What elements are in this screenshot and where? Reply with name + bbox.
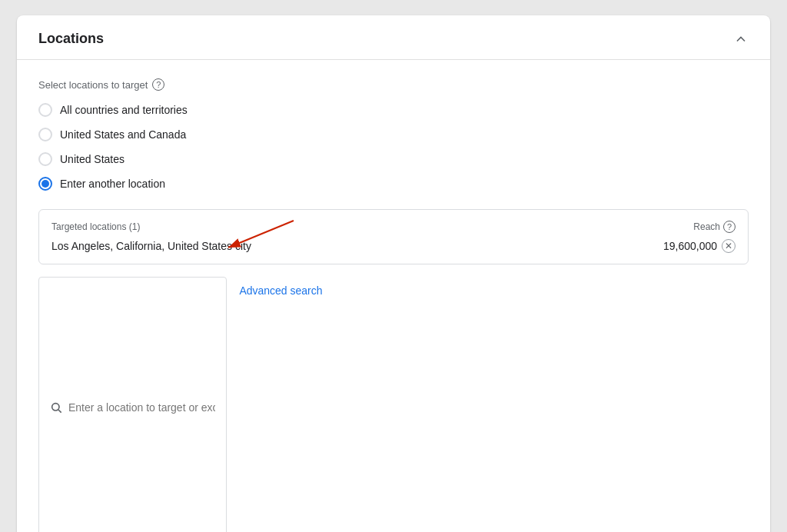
reach-number: 19,600,000 — [663, 240, 717, 252]
targeted-header: Targeted locations (1) Reach ? — [51, 221, 736, 233]
location-radio-group: All countries and territories United Sta… — [38, 103, 749, 191]
location-arrow-wrap: Los Angeles, California, United States c… — [51, 240, 251, 252]
collapse-icon[interactable] — [733, 32, 749, 47]
search-icon — [50, 401, 62, 414]
card-title: Locations — [38, 31, 104, 47]
location-text: Los Angeles, California, United States c… — [51, 240, 251, 252]
search-row: For example, a country, city, region, or… — [38, 277, 749, 532]
locations-card: Locations Select locations to target ? A… — [17, 15, 770, 532]
radio-label-another: Enter another location — [60, 178, 165, 190]
radio-label-us: United States — [60, 153, 125, 165]
reach-help-icon[interactable]: ? — [723, 221, 736, 233]
card-body: Select locations to target ? All countri… — [17, 60, 770, 532]
radio-another-location[interactable]: Enter another location — [38, 177, 749, 191]
select-locations-label: Select locations to target ? — [38, 78, 749, 91]
radio-us[interactable]: United States — [38, 152, 749, 166]
advanced-search-link[interactable]: Advanced search — [239, 277, 322, 297]
remove-location-button[interactable]: ✕ — [722, 239, 736, 253]
search-box[interactable] — [38, 277, 227, 532]
search-input[interactable] — [68, 401, 215, 414]
svg-point-2 — [52, 404, 59, 411]
svg-line-3 — [58, 410, 61, 413]
radio-circle-us-canada — [38, 128, 52, 141]
radio-label-us-canada: United States and Canada — [60, 128, 186, 141]
select-locations-help-icon[interactable]: ? — [152, 78, 164, 91]
radio-circle-all — [38, 103, 52, 117]
targeted-row: Los Angeles, California, United States c… — [51, 239, 736, 253]
location-name: Los Angeles, California, United States c… — [51, 240, 251, 252]
card-header: Locations — [17, 15, 770, 60]
targeted-count-label: Targeted locations (1) — [51, 221, 140, 232]
radio-label-all: All countries and territories — [60, 104, 188, 116]
reach-value: 19,600,000 ✕ — [663, 239, 736, 253]
radio-inner-another — [42, 180, 49, 188]
search-box-wrapper: For example, a country, city, region, or… — [38, 277, 227, 532]
reach-header: Reach ? — [693, 221, 736, 233]
radio-all-countries[interactable]: All countries and territories — [38, 103, 749, 117]
targeted-locations-box: Targeted locations (1) Reach ? Los Angel… — [38, 209, 749, 264]
radio-circle-us — [38, 152, 52, 166]
radio-us-canada[interactable]: United States and Canada — [38, 128, 749, 141]
radio-circle-another — [38, 177, 52, 191]
